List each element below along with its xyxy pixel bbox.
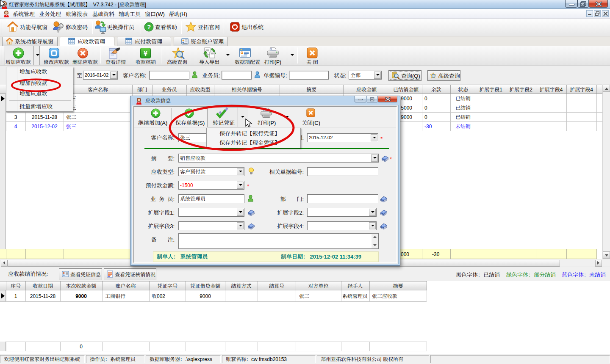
- svg-text:?: ?: [147, 23, 151, 30]
- svg-text:¥: ¥: [144, 50, 148, 58]
